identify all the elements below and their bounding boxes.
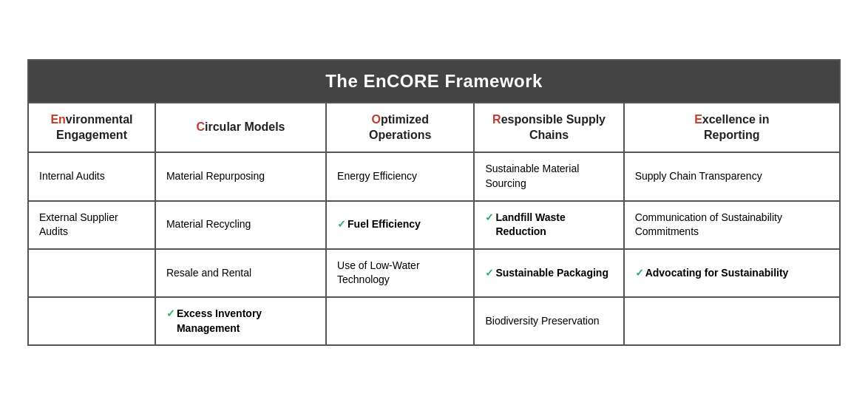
cell-3-3: Biodiversity Preservation: [474, 297, 623, 345]
header-first-letter-circular: C: [196, 120, 205, 133]
cell-content-0-4: Supply Chain Transparency: [635, 169, 829, 184]
cell-2-3: ✓Sustainable Packaging: [474, 249, 623, 297]
cell-content-2-2: Use of Low-Water Technology: [337, 259, 463, 287]
header-first-letter-responsible: R: [492, 113, 501, 126]
cell-content-0-1: Material Repurposing: [166, 169, 315, 184]
cell-content-3-3: Biodiversity Preservation: [485, 314, 612, 329]
cell-text-1-2: Fuel Efficiency: [347, 217, 421, 232]
header-rest-circular: ircular Models: [205, 120, 285, 133]
header-rest-excellence: xcellence inReporting: [702, 113, 770, 141]
header-cell-optimized: OptimizedOperations: [326, 103, 474, 153]
checkmark-1-3: ✓: [485, 211, 494, 225]
cell-text-0-4: Supply Chain Transparency: [635, 169, 762, 184]
cell-text-2-1: Resale and Rental: [166, 266, 251, 281]
cell-1-4: Communication of Sustainability Commitme…: [624, 201, 840, 249]
cell-text-3-3: Biodiversity Preservation: [485, 314, 599, 329]
framework-table: The EnCORE Framework EnvironmentalEngage…: [27, 59, 841, 346]
cell-text-0-2: Energy Efficiency: [337, 169, 417, 184]
cell-1-0: External Supplier Audits: [28, 201, 155, 249]
cell-1-3: ✓Landfill Waste Reduction: [474, 201, 623, 249]
checkmark-2-3: ✓: [485, 266, 494, 281]
cell-content-2-1: Resale and Rental: [166, 266, 315, 281]
cell-0-3: Sustainable Material Sourcing: [474, 152, 623, 200]
header-first-letter-optimized: O: [372, 113, 381, 126]
title-row: The EnCORE Framework: [28, 60, 840, 103]
cell-3-1: ✓Excess Inventory Management: [155, 297, 326, 345]
checkmark-1-2: ✓: [337, 217, 346, 232]
cell-text-1-1: Material Recycling: [166, 217, 251, 232]
cell-text-0-3: Sustainable Material Sourcing: [485, 162, 612, 191]
header-cell-responsible: Responsible SupplyChains: [474, 103, 623, 153]
cell-2-4: ✓Advocating for Sustainability: [624, 249, 840, 297]
table-title: The EnCORE Framework: [28, 60, 840, 103]
cell-content-2-3: ✓Sustainable Packaging: [485, 266, 612, 281]
cell-content-1-4: Communication of Sustainability Commitme…: [635, 211, 829, 239]
cell-0-2: Energy Efficiency: [326, 152, 474, 200]
checkmark-2-4: ✓: [635, 266, 644, 281]
cell-text-1-0: External Supplier Audits: [39, 211, 144, 239]
cell-content-1-3: ✓Landfill Waste Reduction: [485, 211, 612, 239]
cell-text-0-1: Material Repurposing: [166, 169, 265, 184]
cell-content-2-4: ✓Advocating for Sustainability: [635, 266, 829, 281]
data-row-1: External Supplier AuditsMaterial Recycli…: [28, 201, 840, 249]
cell-0-1: Material Repurposing: [155, 152, 326, 200]
cell-content-1-0: External Supplier Audits: [39, 211, 144, 239]
header-row: EnvironmentalEngagementCircular ModelsOp…: [28, 103, 840, 153]
header-first-letter-excellence: E: [694, 113, 702, 126]
cell-content-1-2: ✓Fuel Efficiency: [337, 217, 463, 232]
cell-1-1: Material Recycling: [155, 201, 326, 249]
cell-1-2: ✓Fuel Efficiency: [326, 201, 474, 249]
data-row-0: Internal AuditsMaterial RepurposingEnerg…: [28, 152, 840, 200]
cell-content-0-0: Internal Audits: [39, 169, 144, 184]
cell-text-3-1: Excess Inventory Management: [177, 307, 315, 336]
header-cell-excellence: Excellence inReporting: [624, 103, 840, 153]
cell-text-0-0: Internal Audits: [39, 169, 105, 184]
cell-content-3-1: ✓Excess Inventory Management: [166, 307, 315, 336]
cell-2-1: Resale and Rental: [155, 249, 326, 297]
cell-3-2: [326, 297, 474, 345]
cell-2-0: [28, 249, 155, 297]
cell-content-1-1: Material Recycling: [166, 217, 315, 232]
data-row-3: ✓Excess Inventory ManagementBiodiversity…: [28, 297, 840, 345]
cell-2-2: Use of Low-Water Technology: [326, 249, 474, 297]
cell-3-4: [624, 297, 840, 345]
header-rest-environmental: vironmentalEngagement: [56, 113, 133, 141]
header-first-letter-environmental: En: [50, 113, 65, 126]
cell-content-0-3: Sustainable Material Sourcing: [485, 162, 612, 191]
cell-text-2-4: Advocating for Sustainability: [645, 266, 789, 281]
cell-text-2-2: Use of Low-Water Technology: [337, 259, 463, 287]
cell-text-1-3: Landfill Waste Reduction: [495, 211, 612, 239]
cell-text-2-3: Sustainable Packaging: [495, 266, 608, 281]
cell-text-1-4: Communication of Sustainability Commitme…: [635, 211, 829, 239]
cell-3-0: [28, 297, 155, 345]
cell-content-0-2: Energy Efficiency: [337, 169, 463, 184]
cell-0-4: Supply Chain Transparency: [624, 152, 840, 200]
cell-0-0: Internal Audits: [28, 152, 155, 200]
checkmark-3-1: ✓: [166, 307, 175, 321]
header-cell-environmental: EnvironmentalEngagement: [28, 103, 155, 153]
data-row-2: Resale and RentalUse of Low-Water Techno…: [28, 249, 840, 297]
header-cell-circular: Circular Models: [155, 103, 326, 153]
header-rest-responsible: esponsible SupplyChains: [501, 113, 606, 141]
